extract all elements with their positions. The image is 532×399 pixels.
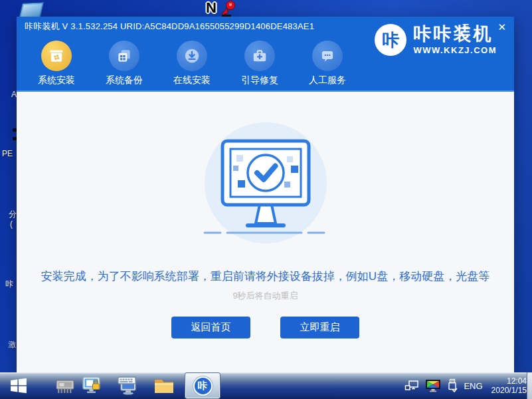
desktop-icon-label-fragment: PE <box>2 149 13 158</box>
desktop-icon-label-fragment: 分 <box>9 209 17 220</box>
file-explorer-icon[interactable] <box>153 377 175 395</box>
desktop-icon-label-fragment: A <box>11 90 17 99</box>
language-indicator[interactable]: ENG <box>464 381 482 391</box>
nav-item-online-install[interactable]: 在线安装 <box>173 37 211 90</box>
window-content: 安装完成，为了不影响系统部署，重启前请将外接设备拔掉，例如U盘，移动硬盘，光盘等… <box>17 92 514 372</box>
show-desktop-button[interactable] <box>527 372 532 399</box>
desktop-icon-label-fragment: 咔 <box>5 279 13 290</box>
close-icon[interactable]: ✕ <box>497 22 506 32</box>
monitor-checkmark-icon <box>203 128 329 239</box>
install-box-icon <box>41 41 72 71</box>
kaka-installer-window: 咔咔装机 V 3.1.532.254 URID:A5C84DD9A1655055… <box>17 17 514 372</box>
nav-label: 在线安装 <box>173 74 211 86</box>
nav-item-system-backup[interactable]: 系统备份 <box>106 37 143 90</box>
window-header: 咔咔装机 V 3.1.532.254 URID:A5C84DD9A1655055… <box>17 17 514 92</box>
start-button-icon[interactable] <box>9 377 28 394</box>
chat-icon <box>312 41 343 71</box>
restart-now-button[interactable]: 立即重启 <box>280 317 359 338</box>
nav-label: 引导修复 <box>241 74 278 86</box>
system-tray: ENG 12:04 2020/1/15 <box>404 372 527 399</box>
n-letter: N <box>206 0 217 17</box>
chip-tool-icon[interactable] <box>54 378 76 395</box>
taskbar-kaka-app-button[interactable]: 咔 <box>185 373 220 398</box>
network-icon[interactable] <box>404 380 419 392</box>
nav-label: 人工服务 <box>309 74 346 86</box>
install-complete-illustration <box>203 122 329 243</box>
brand-site: www.kkzj.com <box>413 46 497 55</box>
desktop-icon-label-fragment: ( <box>10 219 13 229</box>
taskbar: 咔 ENG 12:04 202 <box>0 372 532 399</box>
backup-icon <box>109 41 139 71</box>
return-home-button[interactable]: 返回首页 <box>171 317 250 338</box>
activation-key-shortcut-icon[interactable]: N <box>205 1 239 17</box>
restart-countdown: 9秒后将自动重启 <box>17 290 514 302</box>
screen-lock-tool-icon[interactable] <box>81 376 102 396</box>
brand-name: 咔咔装机 <box>413 25 497 43</box>
desktop-icon-label-fragment: 激 <box>8 339 16 350</box>
nav-item-boot-repair[interactable]: 引导修复 <box>241 37 278 90</box>
nav-item-system-install[interactable]: 系统安装 <box>38 37 75 90</box>
kaka-app-icon: 咔 <box>193 376 213 396</box>
clock[interactable]: 12:04 2020/1/15 <box>491 376 527 395</box>
nav-item-human-service[interactable]: 人工服务 <box>309 37 346 90</box>
download-icon <box>177 41 207 71</box>
brand-logo: 咔 咔咔装机 www.kkzj.com <box>375 24 497 56</box>
usb-device-icon[interactable] <box>447 378 458 393</box>
nav-label: 系统安装 <box>38 74 75 86</box>
kaka-logo-icon: 咔 <box>375 24 406 56</box>
completion-message: 安装完成，为了不影响系统部署，重启前请将外接设备拔掉，例如U盘，移动硬盘，光盘等 <box>17 269 514 284</box>
clock-time: 12:04 <box>491 376 527 386</box>
nav-label: 系统备份 <box>106 74 143 86</box>
display-color-icon[interactable] <box>425 379 441 392</box>
clock-date: 2020/1/15 <box>491 386 527 395</box>
toolbox-icon <box>244 41 275 71</box>
keyboard-tool-icon[interactable] <box>117 376 139 396</box>
